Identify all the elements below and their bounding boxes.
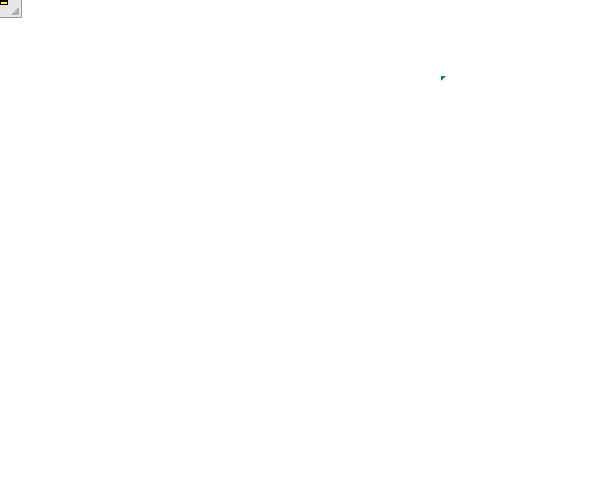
- auszahlung-value[interactable]: [0, 0, 8, 2]
- spreadsheet-window: [0, 0, 600, 494]
- cell-error-indicator-icon: [441, 76, 446, 81]
